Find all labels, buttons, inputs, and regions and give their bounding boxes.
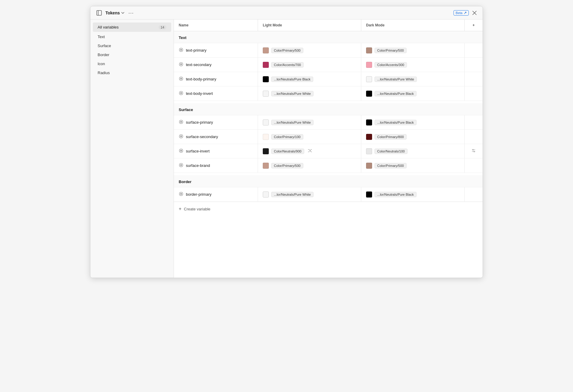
col-name: Name — [174, 20, 258, 31]
group-header-surface: Surface — [174, 103, 483, 115]
header: Tokens ⋯ Beta — [90, 6, 483, 20]
light-value-cell[interactable]: Color/Accents/700 — [258, 58, 361, 72]
sidebar-item-icon[interactable]: Icon — [93, 59, 171, 68]
row-action-cell — [465, 115, 483, 129]
close-button[interactable] — [471, 10, 478, 16]
color-swatch — [263, 191, 269, 198]
light-value-cell[interactable]: Color/Neutrals/900 — [258, 144, 361, 158]
light-value-cell[interactable]: Color/Primary/100 — [258, 130, 361, 144]
adjust-icon[interactable] — [471, 149, 476, 154]
color-swatch — [366, 47, 372, 53]
table-row: surface-invert Color/Neutrals/900 Color/… — [174, 144, 483, 158]
light-value-cell[interactable]: ...lor/Neutrals/Pure Black — [258, 72, 361, 86]
sidebar-item-all-variables[interactable]: All variables 14 — [93, 23, 171, 32]
color-swatch — [263, 119, 269, 125]
beta-badge: Beta — [453, 10, 469, 16]
row-action-cell — [465, 86, 483, 101]
color-swatch — [366, 148, 372, 154]
variable-icon — [179, 119, 183, 125]
app-title: Tokens — [105, 11, 125, 15]
color-swatch — [263, 163, 269, 169]
dark-value-cell[interactable]: Color/Neutrals/100 — [361, 144, 465, 158]
dark-value-cell[interactable]: ...lor/Neutrals/Pure Black — [361, 86, 465, 101]
sidebar-item-surface[interactable]: Surface — [93, 41, 171, 50]
var-name-cell: surface-secondary — [174, 130, 258, 144]
dark-value-cell[interactable]: Color/Accents/300 — [361, 58, 465, 72]
variable-icon — [179, 62, 183, 68]
main-layout: All variables 14 Text Surface Border Ico… — [90, 20, 483, 278]
table-row: border-primary ...lor/Neutrals/Pure Whit… — [174, 187, 483, 202]
table-row: text-primary Color/Primary/500 Color/Pri… — [174, 43, 483, 58]
color-swatch — [366, 91, 372, 97]
color-swatch — [366, 191, 372, 198]
create-variable-label: Create variable — [184, 207, 210, 211]
table-row: surface-brand Color/Primary/500 Color/Pr… — [174, 158, 483, 173]
shuffle-icon[interactable] — [308, 149, 312, 154]
row-action-cell — [465, 187, 483, 201]
light-value-cell[interactable]: ...lor/Neutrals/Pure White — [258, 86, 361, 101]
color-swatch — [366, 76, 372, 82]
sidebar-item-radius[interactable]: Radius — [93, 68, 171, 77]
dark-value-cell[interactable]: Color/Primary/800 — [361, 130, 465, 144]
row-action-cell[interactable] — [465, 144, 483, 158]
light-value-cell[interactable]: ...lor/Neutrals/Pure White — [258, 115, 361, 129]
table-row: text-body-invert ...lor/Neutrals/Pure Wh… — [174, 86, 483, 101]
color-swatch — [366, 134, 372, 140]
color-swatch — [263, 76, 269, 82]
chevron-down-icon — [121, 11, 125, 15]
variable-icon — [179, 134, 183, 140]
external-link-icon — [464, 11, 467, 14]
svg-point-19 — [474, 151, 475, 152]
dark-value-cell[interactable]: ...lor/Neutrals/Pure White — [361, 72, 465, 86]
more-options-button[interactable]: ⋯ — [127, 8, 135, 17]
more-icon: ⋯ — [128, 10, 134, 16]
sidebar: All variables 14 Text Surface Border Ico… — [90, 20, 174, 278]
create-variable-button[interactable]: + Create variable — [174, 202, 483, 216]
add-column-button[interactable]: + — [465, 20, 483, 31]
light-value-cell[interactable]: ...lor/Neutrals/Pure White — [258, 187, 361, 201]
variables-table: Name Light Mode Dark Mode + Text text-pr… — [174, 20, 483, 278]
dark-value-cell[interactable]: ...lor/Neutrals/Pure Black — [361, 187, 465, 201]
sidebar-item-border[interactable]: Border — [93, 50, 171, 59]
var-name-cell: border-primary — [174, 187, 258, 201]
var-name-cell: text-body-invert — [174, 86, 258, 101]
var-name-cell: surface-primary — [174, 115, 258, 129]
row-action-cell — [465, 158, 483, 173]
color-swatch — [263, 62, 269, 68]
var-name-cell: surface-invert — [174, 144, 258, 158]
color-swatch — [263, 148, 269, 154]
row-action-cell — [465, 58, 483, 72]
variable-icon — [179, 163, 183, 168]
row-action-cell — [465, 130, 483, 144]
dark-value-cell[interactable]: ...lor/Neutrals/Pure Black — [361, 115, 465, 129]
variable-icon — [179, 91, 183, 96]
light-value-cell[interactable]: Color/Primary/500 — [258, 158, 361, 173]
table-row: surface-primary ...lor/Neutrals/Pure Whi… — [174, 115, 483, 130]
table-row: text-secondary Color/Accents/700 Color/A… — [174, 58, 483, 72]
sidebar-item-text[interactable]: Text — [93, 32, 171, 41]
color-swatch — [263, 47, 269, 53]
col-light-mode: Light Mode — [258, 20, 361, 31]
color-swatch — [366, 62, 372, 68]
svg-point-18 — [473, 149, 474, 150]
row-action-cell — [465, 43, 483, 57]
light-value-cell[interactable]: Color/Primary/500 — [258, 43, 361, 57]
color-swatch — [366, 119, 372, 125]
variable-icon — [179, 47, 183, 53]
panel-toggle-button[interactable] — [95, 9, 103, 17]
col-dark-mode: Dark Mode — [361, 20, 465, 31]
color-swatch — [366, 163, 372, 169]
variable-icon — [179, 148, 183, 154]
var-name-cell: text-secondary — [174, 58, 258, 72]
group-header-text: Text — [174, 31, 483, 43]
plus-icon: + — [179, 206, 181, 212]
color-swatch — [263, 91, 269, 97]
dark-value-cell[interactable]: Color/Primary/500 — [361, 158, 465, 173]
row-action-cell — [465, 72, 483, 86]
table-header: Name Light Mode Dark Mode + — [174, 20, 483, 31]
header-left: Tokens ⋯ — [95, 8, 135, 17]
dark-value-cell[interactable]: Color/Primary/500 — [361, 43, 465, 57]
table-row: text-body-primary ...lor/Neutrals/Pure B… — [174, 72, 483, 86]
header-right: Beta — [453, 10, 478, 16]
variable-icon — [179, 191, 183, 197]
